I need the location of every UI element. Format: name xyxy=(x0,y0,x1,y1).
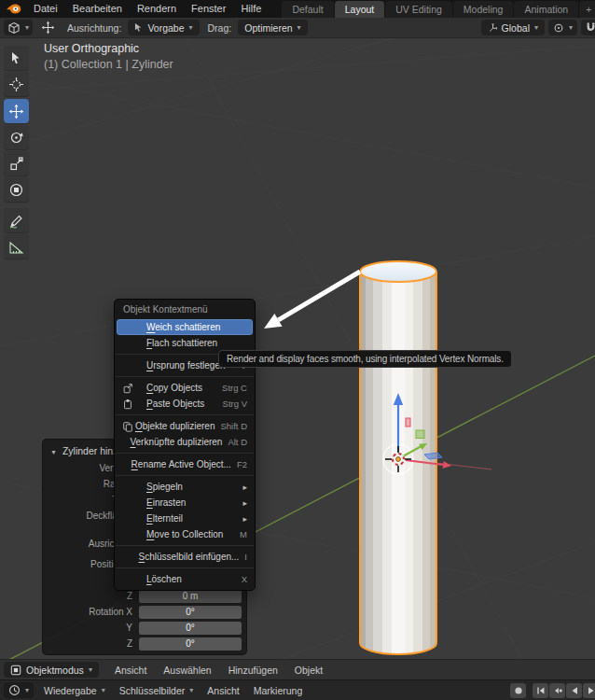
tool-scale[interactable] xyxy=(4,151,29,175)
menu-datei[interactable]: Datei xyxy=(26,0,65,18)
timeline-editor-type-button[interactable] xyxy=(4,682,34,698)
menu-fenster[interactable]: Fenster xyxy=(184,0,233,18)
position-z-field[interactable]: 0 m xyxy=(139,590,242,603)
copy-icon xyxy=(122,383,146,394)
menu-item-verknuepfte-duplizieren[interactable]: Verknüpfte duplizieren Alt D xyxy=(115,434,255,450)
menu-item-move-to-collection[interactable]: Move to Collection M xyxy=(115,526,255,542)
timeline-header: Wiedergabe Schlüsselbilder Ansicht Marki… xyxy=(0,679,595,700)
jump-to-start-icon xyxy=(535,685,547,696)
menu-item-einrasten[interactable]: Einrasten xyxy=(115,495,255,511)
tool-measure[interactable] xyxy=(4,234,29,259)
menu-item-loeschen[interactable]: Löschen X xyxy=(115,571,255,587)
pivot-point-icon xyxy=(553,22,564,34)
editor-type-button[interactable] xyxy=(4,20,33,35)
view-label: User Orthographic xyxy=(44,42,173,55)
record-button[interactable] xyxy=(510,683,526,698)
menu-hinzufuegen[interactable]: Hinzufügen xyxy=(220,665,286,676)
blender-window: Datei Bearbeiten Rendern Fenster Hilfe D… xyxy=(0,0,595,700)
drag-label: Drag: xyxy=(208,22,232,34)
tool-shelf xyxy=(4,46,29,260)
menu-item-flach-schattieren[interactable]: Flach schattieren xyxy=(115,335,255,351)
rotation-y-field[interactable]: 0° xyxy=(139,622,242,635)
menu-item-paste-objects[interactable]: Paste Objects Strg V xyxy=(115,396,255,412)
field-label: Z xyxy=(48,591,139,601)
tab-layout[interactable]: Layout xyxy=(335,1,385,18)
viewport-footer-header: Objektmodus Ansicht Auswählen Hinzufügen… xyxy=(0,659,595,679)
previous-keyframe-icon xyxy=(552,685,563,696)
rotate-tool-icon xyxy=(8,130,24,146)
gizmo-plane-x[interactable] xyxy=(406,418,410,427)
orientation-dropdown[interactable]: Global xyxy=(481,20,545,35)
menu-timeline-ansicht[interactable]: Ansicht xyxy=(207,685,239,696)
snap-button[interactable] xyxy=(581,20,595,35)
annotate-pencil-icon xyxy=(8,213,24,229)
gizmo-plane-y[interactable] xyxy=(416,430,424,439)
drag-value: Optimieren xyxy=(244,22,292,34)
mode-value: Objektmodus xyxy=(26,665,84,676)
play-icon xyxy=(586,685,595,696)
menu-auswaehlen[interactable]: Auswählen xyxy=(155,665,219,676)
tool-cursor[interactable] xyxy=(4,72,29,96)
tab-modeling[interactable]: Modeling xyxy=(453,1,514,18)
menu-separator xyxy=(116,376,254,377)
jump-to-start-button[interactable] xyxy=(533,683,548,698)
tool-transform[interactable] xyxy=(4,177,29,202)
menu-hilfe[interactable]: Hilfe xyxy=(233,0,269,18)
menu-separator xyxy=(116,414,254,415)
record-icon xyxy=(514,686,523,695)
tool-tweak-select[interactable] xyxy=(4,46,29,70)
tweak-cursor-icon xyxy=(134,22,144,33)
menu-separator xyxy=(116,475,254,476)
menu-rendern[interactable]: Rendern xyxy=(130,0,184,18)
menu-separator xyxy=(116,545,254,546)
drag-dropdown[interactable]: Optimieren xyxy=(238,20,307,35)
viewport-header: Ausrichtung: Vorgabe Drag: Optimieren Gl… xyxy=(0,18,595,38)
tool-rotate[interactable] xyxy=(4,125,29,149)
align-dropdown[interactable]: Vorgabe xyxy=(128,20,199,35)
blender-logo-icon[interactable] xyxy=(6,3,21,15)
workspace-tabs: Default Layout UV Editing Modeling Anima… xyxy=(282,0,595,18)
menu-item-spiegeln[interactable]: Spiegeln xyxy=(115,479,255,495)
context-menu-title: Objekt Kontextmenü xyxy=(115,300,255,319)
rotation-z-field[interactable]: 0° xyxy=(139,637,242,651)
menu-bearbeiten[interactable]: Bearbeiten xyxy=(65,0,130,18)
field-label: Z xyxy=(48,638,139,649)
menu-item-weich-schattieren[interactable]: Weich schattieren xyxy=(117,319,253,335)
menu-schluesselbilder[interactable]: Schlüsselbilder xyxy=(119,685,194,696)
tool-annotate[interactable] xyxy=(4,208,29,232)
play-reverse-button[interactable] xyxy=(566,683,582,698)
measure-ruler-icon xyxy=(8,239,24,255)
menu-item-objekte-duplizieren[interactable]: Objekte duplizieren Shift D xyxy=(115,418,255,434)
duplicate-icon xyxy=(122,421,135,432)
tab-default[interactable]: Default xyxy=(282,1,333,18)
previous-keyframe-button[interactable] xyxy=(549,683,565,698)
disclosure-triangle-icon xyxy=(50,445,62,456)
tab-uv-editing[interactable]: UV Editing xyxy=(385,1,452,18)
tool-move[interactable] xyxy=(4,99,29,123)
rotation-x-field[interactable]: 0° xyxy=(139,606,242,619)
mode-dropdown[interactable]: Objektmodus xyxy=(4,662,99,678)
viewport-overlay-text: User Orthographic (1) Collection 1 | Zyl… xyxy=(44,42,173,71)
menu-item-copy-objects[interactable]: Copy Objects Strg C xyxy=(115,380,255,396)
submenu-arrow-icon xyxy=(242,482,247,492)
submenu-arrow-icon xyxy=(242,513,247,524)
active-tool-move-icon xyxy=(41,21,55,35)
field-label: Rotation X xyxy=(48,607,139,617)
object-mode-icon xyxy=(10,665,21,676)
menu-markierung[interactable]: Markierung xyxy=(254,685,303,696)
menu-separator xyxy=(116,567,254,568)
scale-tool-icon xyxy=(8,156,24,172)
menu-item-schluesselbild-einfuegen[interactable]: Schlüsselbild einfügen... I xyxy=(115,549,255,565)
menu-item-elternteil[interactable]: Elternteil xyxy=(115,511,255,526)
add-workspace-button[interactable]: + xyxy=(579,1,595,18)
menu-item-rename-active-object[interactable]: Rename Active Object... F2 xyxy=(115,456,255,472)
menu-wiedergabe[interactable]: Wiedergabe xyxy=(44,685,105,696)
paste-icon xyxy=(122,399,146,410)
play-button[interactable] xyxy=(583,683,595,698)
tab-animation[interactable]: Animation xyxy=(514,1,578,18)
pivot-dropdown[interactable] xyxy=(548,20,577,35)
menu-objekt[interactable]: Objekt xyxy=(286,665,331,676)
orientation-icon xyxy=(488,22,498,33)
transform-tool-icon xyxy=(8,182,24,198)
menu-ansicht[interactable]: Ansicht xyxy=(106,665,155,676)
